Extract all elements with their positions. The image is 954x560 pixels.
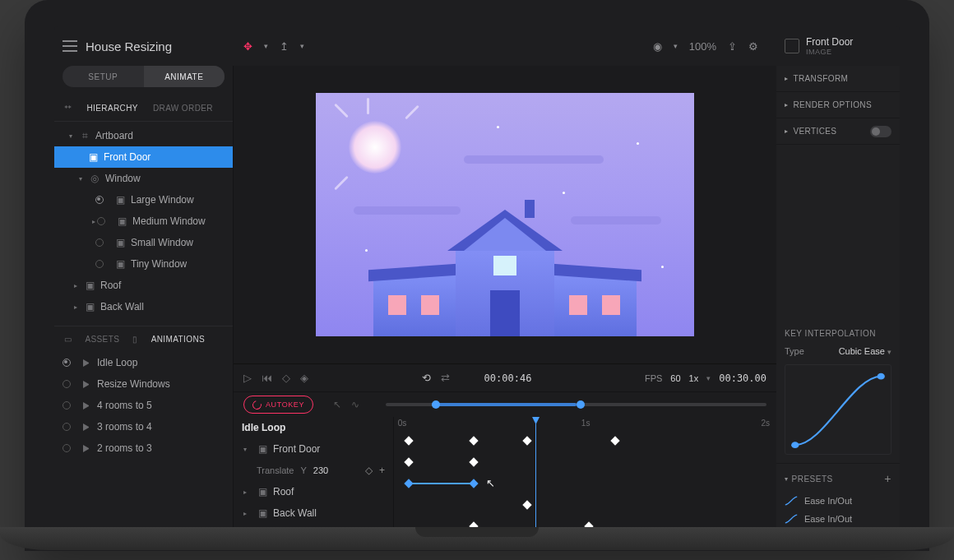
presets-panel: ▾PRESETS+ Ease In/Out Ease In/Out: [776, 463, 900, 536]
track-translate[interactable]: Translate Y 230 ◇ +: [234, 460, 393, 481]
tab-assets[interactable]: ASSETS: [85, 335, 119, 344]
image-icon: ▣: [114, 258, 126, 270]
left-panel: SETUP ANIMATE ᕯ HIERARCHY DRAW ORDER ▾⌗A…: [54, 66, 234, 536]
tab-setup[interactable]: SETUP: [63, 66, 144, 87]
active-radio[interactable]: [63, 380, 71, 388]
mode-switch: SETUP ANIMATE: [63, 66, 225, 87]
timeline-lanes[interactable]: 0s 1s 2s ↖: [394, 417, 776, 536]
node-tiny-window[interactable]: ▣Tiny Window: [54, 253, 233, 275]
transform-tool-icon[interactable]: ↥: [280, 40, 289, 53]
preset-ease-in-out[interactable]: Ease In/Out: [785, 492, 891, 510]
animations-list: Idle Loop Resize Windows 4 rooms to 5 3 …: [54, 350, 233, 536]
preset-ease-in-out-2[interactable]: Ease In/Out: [785, 510, 891, 528]
project-title: House Resizing: [86, 39, 172, 53]
node-small-window[interactable]: ▣Small Window: [54, 232, 233, 253]
timeline-tracklist: Idle Loop ▾▣Front Door Translate Y 230 ◇…: [234, 417, 394, 536]
to-start-button[interactable]: ⏮: [262, 372, 272, 384]
tab-animate[interactable]: ANIMATE: [144, 66, 225, 87]
tab-draw-order[interactable]: DRAW ORDER: [153, 104, 213, 114]
curve-mode-icon[interactable]: ∿: [351, 399, 359, 410]
visibility-radio[interactable]: [95, 196, 104, 204]
image-icon: ▣: [257, 443, 268, 455]
node-window[interactable]: ▾◎Window: [54, 168, 233, 189]
node-front-door[interactable]: ▣Front Door: [54, 146, 233, 168]
ruler-tick: 2s: [761, 419, 770, 428]
scrubber[interactable]: [386, 403, 766, 406]
active-radio[interactable]: [63, 359, 71, 367]
keyframes-tool-icon[interactable]: ◈: [300, 372, 308, 384]
move-tool-icon[interactable]: ✥: [243, 40, 252, 53]
node-label: Large Window: [131, 194, 194, 206]
node-label: Tiny Window: [131, 258, 187, 270]
interp-type-select[interactable]: Cubic Ease ▾: [839, 346, 891, 356]
menu-icon[interactable]: [63, 40, 77, 52]
settings-icon[interactable]: ⚙: [748, 40, 758, 53]
animation-idle-loop[interactable]: Idle Loop: [54, 352, 233, 373]
track-back-wall[interactable]: ▸▣Back Wall: [234, 502, 393, 524]
visibility-radio[interactable]: [95, 238, 104, 247]
time-ruler[interactable]: 0s 1s 2s: [394, 417, 776, 430]
track-front-door[interactable]: ▾▣Front Door: [234, 438, 393, 460]
folder-icon: ▭: [64, 335, 72, 344]
visibility-radio[interactable]: [97, 217, 105, 225]
tab-animations[interactable]: ANIMATIONS: [151, 335, 205, 344]
node-medium-window[interactable]: ▸▣Medium Window: [54, 211, 233, 232]
visibility-icon[interactable]: ◉: [653, 40, 662, 53]
play-icon[interactable]: [83, 445, 90, 452]
share-icon[interactable]: ⇪: [728, 40, 737, 53]
sun-graphic: [349, 121, 401, 174]
translate-value[interactable]: 230: [313, 465, 341, 475]
zoom-value[interactable]: 100%: [689, 40, 716, 53]
keyframe-tool-icon[interactable]: ◇: [282, 372, 290, 384]
transform-tool-caret[interactable]: ▾: [300, 42, 304, 50]
visibility-radio[interactable]: [95, 260, 104, 268]
animation-2-to-3[interactable]: 2 rooms to 3: [54, 437, 233, 459]
house-graphic: [373, 205, 637, 336]
canvas-viewport[interactable]: [234, 66, 776, 363]
node-label: Artboard: [95, 130, 133, 141]
autokey-toggle[interactable]: AUTOKEY: [243, 396, 313, 414]
play-icon[interactable]: [83, 381, 90, 388]
key-interp-title: KEY INTERPOLATION: [785, 329, 891, 338]
play-icon[interactable]: [83, 359, 90, 367]
animation-label: Resize Windows: [97, 378, 170, 390]
vertices-toggle[interactable]: [870, 126, 891, 137]
move-tool-caret[interactable]: ▾: [264, 42, 268, 50]
loop-icon[interactable]: ⟲: [422, 372, 431, 384]
play-icon[interactable]: [83, 423, 90, 431]
playback-rate[interactable]: 1x: [689, 373, 699, 383]
animation-4-to-5[interactable]: 4 rooms to 5: [54, 395, 233, 416]
add-key-icon[interactable]: +: [379, 465, 385, 476]
active-radio[interactable]: [63, 444, 71, 452]
add-preset-button[interactable]: +: [884, 472, 891, 485]
section-render-options[interactable]: ▸RENDER OPTIONS: [776, 92, 900, 118]
animation-3-to-4[interactable]: 3 rooms to 4: [54, 416, 233, 437]
track-label: Back Wall: [273, 507, 317, 519]
track-roof[interactable]: ▸▣Roof: [234, 481, 393, 502]
visibility-caret[interactable]: ▾: [674, 42, 678, 50]
node-artboard[interactable]: ▾⌗Artboard: [54, 125, 233, 146]
section-vertices[interactable]: ▸VERTICES: [776, 118, 900, 145]
animation-resize-windows[interactable]: Resize Windows: [54, 373, 233, 395]
presets-title: PRESETS: [792, 474, 833, 484]
play-button[interactable]: ▷: [243, 372, 252, 384]
section-transform[interactable]: ▸TRANSFORM: [776, 66, 900, 92]
tab-hierarchy[interactable]: HIERARCHY: [86, 104, 138, 114]
timeline-panel: ▷ ⏮ ◇ ◈ ⟲ ⇄ 00:00:46 FPS 60 1x ▾ 00:: [234, 363, 776, 536]
node-back-wall[interactable]: ▸▣Back Wall: [54, 296, 233, 317]
rate-caret[interactable]: ▾: [706, 374, 711, 382]
play-icon[interactable]: [83, 402, 90, 410]
node-label: Roof: [100, 280, 121, 291]
active-radio[interactable]: [63, 423, 71, 431]
pointer-mode-icon[interactable]: ↖: [333, 399, 341, 410]
node-large-window[interactable]: ▣Large Window: [54, 189, 233, 211]
node-label: Small Window: [131, 237, 193, 248]
active-radio[interactable]: [63, 401, 71, 410]
node-roof[interactable]: ▸▣Roof: [54, 275, 233, 296]
fps-value[interactable]: 60: [670, 373, 680, 383]
easing-curve-editor[interactable]: [785, 364, 891, 455]
image-icon: ▣: [116, 215, 127, 227]
keyframe-marker-icon[interactable]: ◇: [365, 465, 373, 476]
artboard-icon: ⌗: [79, 130, 90, 141]
snap-icon[interactable]: ⇄: [441, 372, 450, 384]
